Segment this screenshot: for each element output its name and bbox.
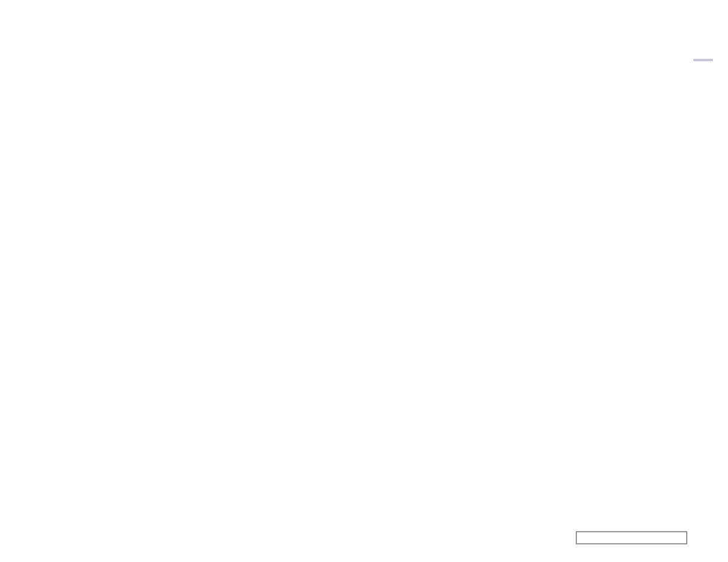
map-canvas xyxy=(21,61,687,544)
colorbar xyxy=(693,59,713,61)
weather-map-page: { "header": { "title": "Altura del nivel… xyxy=(0,0,728,562)
watermark-badge xyxy=(576,531,687,544)
